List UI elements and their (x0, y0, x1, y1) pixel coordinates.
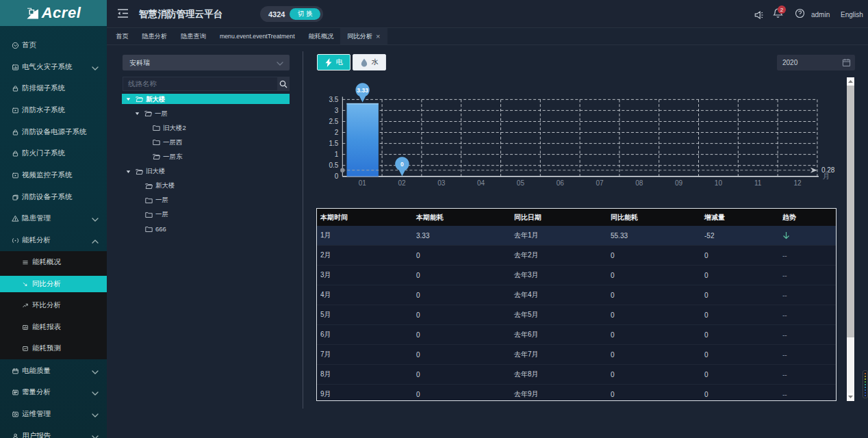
svg-text:3.5: 3.5 (329, 96, 338, 103)
svg-text:0.5: 0.5 (329, 162, 338, 169)
svg-text:2.5: 2.5 (329, 118, 338, 125)
svg-text:03: 03 (437, 179, 446, 187)
svg-text:02: 02 (398, 179, 406, 187)
svg-text:0.28: 0.28 (821, 166, 835, 174)
svg-text:11: 11 (754, 179, 762, 187)
svg-text:3.33: 3.33 (357, 87, 368, 94)
svg-text:1: 1 (335, 151, 339, 158)
svg-text:09: 09 (675, 179, 683, 187)
svg-text:2: 2 (335, 129, 339, 136)
svg-text:01: 01 (359, 179, 367, 187)
svg-text:05: 05 (517, 179, 525, 187)
svg-text:08: 08 (635, 179, 643, 187)
svg-text:1.5: 1.5 (329, 140, 338, 147)
svg-text:0: 0 (335, 172, 339, 180)
svg-text:0: 0 (400, 161, 404, 168)
svg-text:3: 3 (335, 107, 339, 114)
svg-text:04: 04 (477, 179, 485, 187)
svg-text:06: 06 (557, 179, 565, 187)
svg-text:12: 12 (793, 179, 802, 187)
svg-text:10: 10 (715, 179, 723, 187)
svg-text:07: 07 (596, 179, 604, 187)
